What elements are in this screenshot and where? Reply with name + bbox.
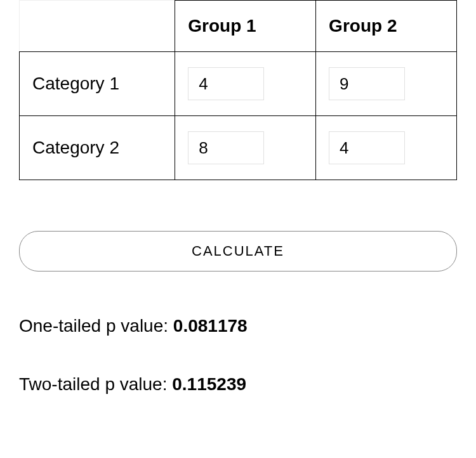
two-tailed-result: Two-tailed p value: 0.115239: [19, 374, 457, 395]
row-label-category2: Category 2: [20, 116, 175, 180]
cell-cat2-group2: [316, 116, 457, 180]
table-header-group1: Group 1: [175, 1, 316, 52]
input-cat1-group1[interactable]: [188, 67, 264, 100]
one-tailed-value: 0.081178: [173, 316, 248, 336]
one-tailed-label: One-tailed p value:: [19, 316, 173, 336]
one-tailed-result: One-tailed p value: 0.081178: [19, 316, 457, 336]
cell-cat1-group1: [175, 52, 316, 116]
row-label-category1: Category 1: [20, 52, 175, 116]
cell-cat1-group2: [316, 52, 457, 116]
table-row: Category 1: [20, 52, 457, 116]
contingency-table: Group 1 Group 2 Category 1 Category 2: [19, 0, 457, 180]
two-tailed-label: Two-tailed p value:: [19, 374, 172, 394]
table-header-group2: Group 2: [316, 1, 457, 52]
table-header-row: Group 1 Group 2: [20, 1, 457, 52]
results-section: One-tailed p value: 0.081178 Two-tailed …: [19, 316, 457, 395]
two-tailed-value: 0.115239: [172, 374, 246, 394]
table-row: Category 2: [20, 116, 457, 180]
calculate-button[interactable]: CALCULATE: [19, 231, 457, 272]
table-header-empty: [20, 1, 175, 52]
input-cat2-group2[interactable]: [329, 131, 405, 164]
cell-cat2-group1: [175, 116, 316, 180]
input-cat1-group2[interactable]: [329, 67, 405, 100]
input-cat2-group1[interactable]: [188, 131, 264, 164]
